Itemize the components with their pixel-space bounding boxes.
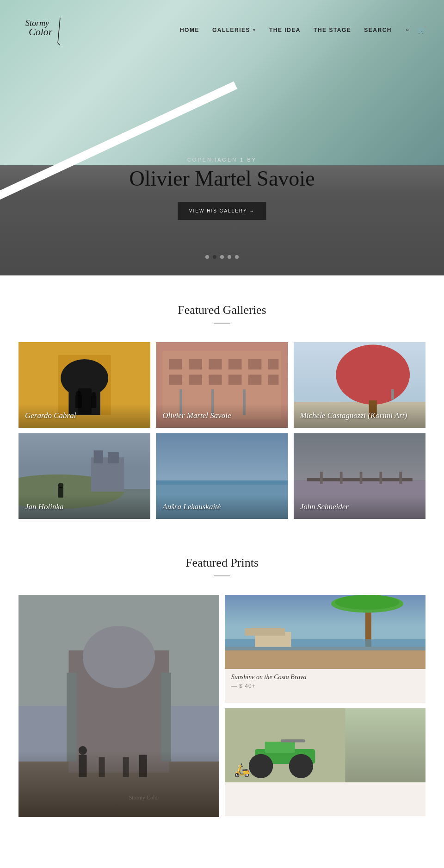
svg-rect-18 bbox=[248, 359, 262, 369]
prints-divider bbox=[214, 575, 230, 576]
svg-point-42 bbox=[58, 483, 63, 488]
featured-galleries-section: Featured Galleries bbox=[0, 275, 444, 547]
gallery-item-john[interactable]: John Schneider bbox=[294, 433, 426, 519]
print-small-image-1 bbox=[225, 595, 426, 669]
print-item-scooter[interactable] bbox=[225, 708, 426, 816]
nav-galleries-link[interactable]: GALLERIES bbox=[212, 27, 250, 33]
svg-point-65 bbox=[79, 746, 87, 755]
svg-rect-24 bbox=[248, 375, 262, 385]
svg-point-82 bbox=[289, 754, 313, 778]
svg-rect-64 bbox=[79, 755, 86, 777]
nav-the-stage[interactable]: THE STAGE bbox=[314, 27, 351, 33]
svg-point-74 bbox=[335, 595, 400, 610]
hero-content: COPENHAGEN 1 BY Olivier Martel Savoie VI… bbox=[129, 157, 314, 220]
svg-rect-59 bbox=[18, 762, 219, 817]
svg-rect-40 bbox=[108, 452, 119, 463]
print-item-large[interactable]: Stormy Color bbox=[18, 595, 219, 817]
svg-rect-55 bbox=[379, 472, 382, 484]
svg-point-31 bbox=[336, 345, 410, 405]
gallery-item-olivier[interactable]: Olivier Martel Savoie bbox=[156, 342, 288, 428]
logo-svg: Stormy Color bbox=[18, 8, 65, 50]
print-costa-brava-svg bbox=[225, 595, 426, 669]
gallery-item-gerardo[interactable]: Gerardo Cabral bbox=[18, 342, 150, 428]
svg-point-9 bbox=[76, 391, 81, 396]
svg-text:Stormy Color: Stormy Color bbox=[129, 794, 160, 801]
nav-the-idea[interactable]: THE IDEA bbox=[269, 27, 301, 33]
site-header: Stormy Color HOME GALLERIES ▼ THE IDEA T… bbox=[0, 0, 444, 60]
site-logo[interactable]: Stormy Color bbox=[18, 8, 65, 52]
nav-galleries-arrow: ▼ bbox=[252, 28, 256, 32]
svg-rect-15 bbox=[189, 359, 203, 369]
gallery-item-ausra[interactable]: Aušra Lekauskaitė bbox=[156, 433, 288, 519]
svg-rect-66 bbox=[99, 757, 105, 777]
svg-rect-56 bbox=[399, 472, 402, 484]
svg-rect-75 bbox=[225, 639, 426, 650]
svg-rect-54 bbox=[359, 472, 362, 484]
carousel-dot-3[interactable] bbox=[220, 255, 224, 259]
user-icon[interactable]: ⚬ bbox=[405, 26, 410, 34]
svg-rect-14 bbox=[169, 359, 183, 369]
gallery-label-john: John Schneider bbox=[294, 495, 426, 519]
hero-cta-button[interactable]: VIEW HIS GALLERY → bbox=[178, 202, 266, 220]
carousel-dot-5[interactable] bbox=[235, 255, 239, 259]
carousel-dot-4[interactable] bbox=[228, 255, 231, 259]
svg-rect-19 bbox=[268, 359, 279, 369]
print-small-image-2 bbox=[225, 708, 426, 782]
gallery-label-gerardo: Gerardo Cabral bbox=[18, 404, 150, 428]
print-scooter-svg bbox=[225, 708, 426, 782]
galleries-section-title: Featured Galleries bbox=[18, 303, 426, 317]
svg-rect-17 bbox=[228, 359, 242, 369]
main-nav: HOME GALLERIES ▼ THE IDEA THE STAGE SEAR… bbox=[65, 26, 426, 34]
featured-prints-section: Featured Prints bbox=[0, 547, 444, 845]
svg-rect-68 bbox=[139, 755, 147, 777]
print-costa-brava-caption: Sunshine on the Costa Brava — $ 40+ bbox=[225, 669, 426, 692]
svg-line-3 bbox=[58, 43, 60, 45]
nav-icons-group: ⚬ 🛒 bbox=[405, 26, 426, 34]
print-scooter-bg bbox=[225, 708, 426, 782]
svg-rect-23 bbox=[228, 375, 242, 385]
svg-rect-53 bbox=[340, 472, 343, 484]
gallery-label-olivier: Olivier Martel Savoie bbox=[156, 404, 288, 428]
svg-rect-16 bbox=[209, 359, 222, 369]
main-content: Featured Galleries bbox=[0, 275, 444, 845]
svg-point-11 bbox=[92, 392, 96, 397]
hero-title: Olivier Martel Savoie bbox=[129, 166, 314, 191]
gallery-item-jan[interactable]: Jan Holinka bbox=[18, 433, 150, 519]
print-large-image: Stormy Color bbox=[18, 595, 219, 817]
svg-rect-34 bbox=[391, 389, 394, 400]
svg-rect-43 bbox=[156, 433, 288, 485]
svg-rect-84 bbox=[281, 739, 305, 742]
prints-section-title: Featured Prints bbox=[18, 556, 426, 570]
print-items-right: Sunshine on the Costa Brava — $ 40+ bbox=[225, 595, 426, 817]
svg-rect-52 bbox=[320, 472, 323, 484]
hero-carousel-dots bbox=[205, 255, 239, 259]
print-costa-brava-bg bbox=[225, 595, 426, 669]
gallery-item-michele[interactable]: Michele Castagnozzi (Korimi Art) bbox=[294, 342, 426, 428]
prints-grid: Stormy Color bbox=[18, 595, 426, 817]
nav-home[interactable]: HOME bbox=[180, 27, 199, 33]
svg-rect-22 bbox=[209, 375, 222, 385]
cart-icon[interactable]: 🛒 bbox=[418, 26, 426, 34]
svg-rect-21 bbox=[189, 375, 203, 385]
hero-subtitle: COPENHAGEN 1 BY bbox=[129, 157, 314, 162]
print-item-costa-brava[interactable]: Sunshine on the Costa Brava — $ 40+ bbox=[225, 595, 426, 703]
svg-rect-39 bbox=[94, 450, 103, 463]
svg-rect-77 bbox=[245, 628, 285, 636]
svg-rect-67 bbox=[123, 757, 129, 777]
print-costa-brava-price: — $ 40+ bbox=[231, 683, 419, 689]
gallery-label-jan: Jan Holinka bbox=[18, 495, 150, 519]
gallery-grid: Gerardo Cabral bbox=[18, 342, 426, 519]
print-costa-brava-name: Sunshine on the Costa Brava bbox=[231, 674, 419, 681]
galleries-divider bbox=[214, 323, 230, 324]
carousel-dot-1[interactable] bbox=[205, 255, 209, 259]
svg-rect-20 bbox=[169, 375, 183, 385]
svg-point-61 bbox=[83, 626, 155, 688]
svg-rect-25 bbox=[268, 375, 279, 385]
nav-galleries-dropdown[interactable]: GALLERIES ▼ bbox=[212, 27, 256, 33]
svg-rect-62 bbox=[67, 673, 77, 762]
gallery-label-michele: Michele Castagnozzi (Korimi Art) bbox=[294, 404, 426, 428]
svg-point-81 bbox=[249, 754, 273, 778]
carousel-dot-2[interactable] bbox=[213, 255, 216, 259]
nav-search[interactable]: SEARCH bbox=[364, 27, 392, 33]
print-large-svg: Stormy Color bbox=[18, 595, 219, 817]
